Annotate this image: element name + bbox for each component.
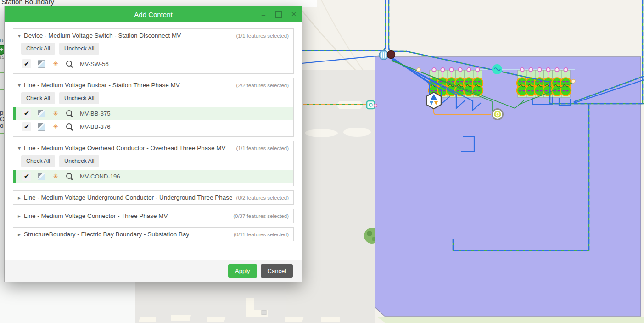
feature-row[interactable]: ✔✳MV-BB-376 [13,120,293,133]
zoom-to-extent-icon[interactable] [38,60,45,68]
magnifier-icon[interactable] [66,123,73,131]
maximize-button[interactable] [275,11,282,18]
uncheck-all-button[interactable]: Uncheck All [59,92,99,104]
feature-sections-list: ▾Device - Medium Voltage Switch - Statio… [5,22,302,260]
grounding-symbol[interactable] [493,109,503,120]
node-dot [571,79,575,83]
cancel-button[interactable]: Cancel [261,264,293,278]
section-selected-count: (0/2 features selected) [232,195,289,200]
magnifier-icon[interactable] [66,60,73,68]
section-toolbar: Check AllUncheck All [13,91,293,106]
chevron-down-icon: ▾ [18,33,24,39]
section-title: StructureBoundary - Electric Bay Boundar… [24,231,189,238]
feature-label: MV-COND-196 [80,173,120,180]
tree-detail [367,231,372,236]
hexagon-marker[interactable] [426,92,441,109]
application-window: uc + ts E pp Or oi Station Boundary Add … [0,0,644,323]
pink-node-symbol[interactable] [441,68,444,72]
feature-row[interactable]: ✔✳MV-COND-196 [13,170,293,183]
feature-section-card: ▸Line - Medium Voltage Underground Condu… [13,190,294,205]
feature-label: MV-BB-375 [80,110,110,117]
section-rows: ✔✳MV-COND-196 [13,168,293,186]
feature-label: MV-SW-56 [80,61,109,67]
window-controls: – ✕ [260,6,297,22]
check-all-button[interactable]: Check All [21,92,55,104]
check-all-button[interactable]: Check All [21,43,55,55]
section-rows: ✔✳MV-SW-56 [13,56,293,73]
magnifier-icon[interactable] [66,110,73,117]
highlight-flash-icon[interactable]: ✳ [52,110,59,117]
section-title: Line - Medium Voltage Underground Conduc… [24,194,232,201]
uncheck-all-button[interactable]: Uncheck All [59,43,99,55]
pink-node-symbol[interactable] [449,68,453,72]
pink-node-symbol[interactable] [564,68,567,72]
zoom-to-extent-icon[interactable] [38,123,45,131]
minimize-button[interactable]: – [260,11,267,18]
pink-node-symbol[interactable] [529,68,532,72]
feature-section-card: ▾Device - Medium Voltage Switch - Statio… [13,28,294,74]
magnifier-icon[interactable] [66,173,73,180]
dialog-title: Add Content [134,11,172,18]
map-grass-strip [376,317,644,323]
feature-row[interactable]: ✔✳MV-BB-375 [13,107,293,120]
switch-symbol-group[interactable] [379,50,395,60]
chevron-down-icon: ▾ [18,145,24,151]
pink-node-symbol[interactable] [546,68,550,72]
section-selected-count: (2/2 features selected) [232,83,289,88]
checkbox-checked-icon[interactable]: ✔ [22,172,31,181]
dialog-footer: Apply Cancel [5,260,302,282]
feature-section-card: ▸Line - Medium Voltage Connector - Three… [13,209,294,223]
section-toolbar: Check AllUncheck All [13,41,293,56]
feature-label: MV-BB-376 [80,123,110,130]
section-header[interactable]: ▾Line - Medium Voltage Busbar - Station … [13,78,293,91]
chevron-right-icon: ▸ [18,195,24,201]
substation-boundary-polygon[interactable] [375,57,641,316]
section-header[interactable]: ▾Device - Medium Voltage Switch - Statio… [13,29,293,41]
pink-node-symbol[interactable] [458,68,462,72]
panel-text-fragment: ts [0,53,5,60]
map-structure [305,129,338,137]
section-rows: ✔✳MV-BB-375✔✳MV-BB-376 [13,106,293,136]
checkbox-checked-icon[interactable]: ✔ [22,122,31,131]
section-selected-count: (1/1 features selected) [232,145,289,151]
pink-node-symbol[interactable] [555,68,559,72]
background-window-title: Station Boundary [1,0,54,6]
pink-node-symbol[interactable] [432,68,436,72]
transformer-bank-2[interactable] [517,68,571,97]
section-header[interactable]: ▾Line - Medium Voltage Overhead Conducto… [13,141,293,154]
apply-button[interactable]: Apply [228,264,257,278]
feature-section-card: ▸StructureBoundary - Electric Bay Bounda… [13,227,294,241]
pink-node-symbol[interactable] [520,68,524,72]
section-header[interactable]: ▸Line - Medium Voltage Connector - Three… [13,209,293,223]
feature-section-card: ▾Line - Medium Voltage Overhead Conducto… [13,141,294,186]
check-all-button[interactable]: Check All [21,155,55,167]
panel-text-fragment: oi [0,122,5,129]
section-title: Line - Medium Voltage Connector - Three … [24,212,168,219]
section-header[interactable]: ▸StructureBoundary - Electric Bay Bounda… [13,228,293,241]
maximize-icon [275,11,282,18]
section-header[interactable]: ▸Line - Medium Voltage Underground Condu… [13,191,293,204]
chevron-right-icon: ▸ [18,213,24,219]
map-structure [343,128,371,137]
section-title: Line - Medium Voltage Overhead Conductor… [24,145,226,151]
chevron-right-icon: ▸ [18,231,24,238]
section-selected-count: (1/1 features selected) [232,33,289,39]
highlight-flash-icon[interactable]: ✳ [52,123,59,130]
device-symbol-maroon[interactable] [387,51,395,59]
checkbox-checked-icon[interactable]: ✔ [22,59,31,68]
highlight-flash-icon[interactable]: ✳ [52,60,59,67]
zoom-to-extent-icon[interactable] [38,110,45,117]
add-content-dialog: Add Content – ✕ ▾Device - Medium Voltage… [5,6,302,282]
zoom-to-extent-icon[interactable] [38,173,45,180]
pink-node-symbol[interactable] [538,68,541,72]
feature-row[interactable]: ✔✳MV-SW-56 [13,57,293,70]
section-selected-count: (0/37 features selected) [229,213,289,219]
checkbox-checked-icon[interactable]: ✔ [22,109,31,118]
close-button[interactable]: ✕ [290,11,297,18]
highlight-flash-icon[interactable]: ✳ [52,173,59,180]
pink-node-symbol[interactable] [476,68,479,72]
dialog-titlebar[interactable]: Add Content – ✕ [5,6,302,22]
pink-node-symbol[interactable] [467,68,470,72]
uncheck-all-button[interactable]: Uncheck All [59,155,99,167]
section-title: Line - Medium Voltage Busbar - Station T… [24,82,180,89]
